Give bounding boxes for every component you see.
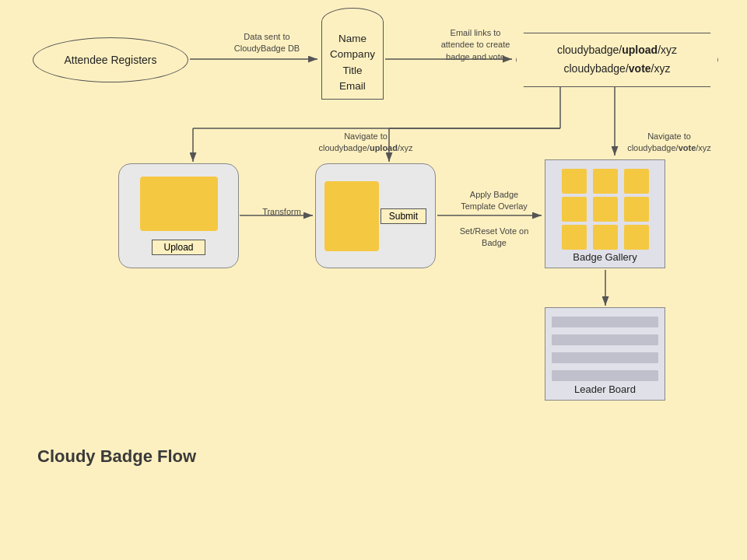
submit-button[interactable]: Submit [381,208,426,224]
submit-image [324,181,379,251]
leader-row-1 [552,317,658,327]
badge-gallery: Badge Gallery [545,159,665,268]
badge-item [593,169,618,194]
attendee-label: Attendee Registers [64,54,156,66]
badge-item [593,197,618,222]
url-box: cloudybadge/upload/xyz cloudybadge/vote/… [516,33,718,87]
db-field-name: NameCompanyTitleEmail [330,33,375,92]
badge-item [624,225,649,250]
navigate-upload-label: Navigate tocloudybadge/upload/xyz [303,131,428,155]
badge-row-3 [562,225,649,250]
badge-item [562,225,587,250]
diagram-container: Attendee Registers NameCompanyTitleEmail… [0,0,747,560]
leader-board: Leader Board [545,307,665,401]
badge-item [624,169,649,194]
data-sent-label: Data sent to CloudyBadge DB [224,31,310,55]
leader-board-label: Leader Board [545,383,665,395]
leader-row-4 [552,370,658,381]
badge-row-1 [562,169,649,194]
apply-badge-label: Apply BadgeTemplate Overlay [444,189,545,213]
set-reset-label: Set/Reset Vote onBadge [444,226,545,250]
navigate-vote-label: Navigate tocloudybadge/vote/xyz [615,131,724,155]
transform-label: Transform [251,206,313,218]
attendee-ellipse: Attendee Registers [33,37,188,82]
url-line1: cloudybadge/upload/xyz [557,44,677,56]
email-links-label: Email links toattendee to createbadge an… [433,27,518,63]
upload-panel: Upload [118,163,239,268]
leader-row-3 [552,352,658,363]
badge-row-2 [562,197,649,222]
url-line2: cloudybadge/vote/xyz [564,62,671,75]
leader-row-2 [552,334,658,345]
badge-item [562,197,587,222]
upload-image [140,177,218,231]
badge-gallery-label: Badge Gallery [545,251,665,263]
badge-item [562,169,587,194]
database-text: NameCompanyTitleEmail [321,31,384,94]
submit-panel: Submit [315,163,436,268]
page-title: Cloudy Badge Flow [37,446,196,467]
badge-item [624,197,649,222]
badge-item [593,225,618,250]
upload-button[interactable]: Upload [152,240,205,255]
